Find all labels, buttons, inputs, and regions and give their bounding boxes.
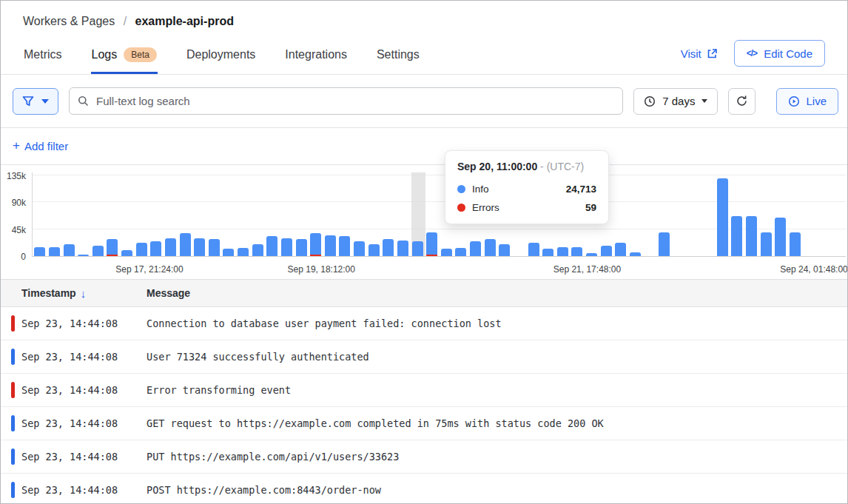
chart-bar-slot[interactable] bbox=[366, 172, 381, 256]
info-bar[interactable] bbox=[571, 247, 582, 256]
chart-bar-slot[interactable] bbox=[120, 172, 135, 256]
info-bar[interactable] bbox=[325, 235, 336, 256]
info-bar[interactable] bbox=[470, 241, 481, 256]
info-bar[interactable] bbox=[426, 232, 437, 256]
info-bar[interactable] bbox=[34, 247, 45, 256]
chart-bar-slot[interactable] bbox=[221, 172, 236, 256]
tab-integrations[interactable]: Integrations bbox=[284, 43, 348, 74]
info-bar[interactable] bbox=[223, 249, 234, 256]
info-bar[interactable] bbox=[528, 243, 539, 256]
info-bar[interactable] bbox=[615, 243, 626, 256]
edit-code-button[interactable]: </> Edit Code bbox=[734, 40, 825, 67]
chart-bar-slot[interactable] bbox=[294, 172, 309, 256]
info-bar[interactable] bbox=[78, 255, 89, 256]
breadcrumb-parent[interactable]: Workers & Pages bbox=[23, 15, 115, 27]
chart-bar-slot[interactable] bbox=[396, 172, 411, 256]
info-bar[interactable] bbox=[180, 233, 191, 256]
info-bar[interactable] bbox=[209, 239, 220, 256]
search-input[interactable] bbox=[69, 87, 623, 115]
info-bar[interactable] bbox=[136, 243, 147, 256]
chart-bar-slot[interactable] bbox=[410, 172, 425, 256]
info-bar[interactable] bbox=[266, 236, 277, 256]
chart-bar-slot[interactable] bbox=[744, 172, 759, 256]
chart-bar-slot[interactable] bbox=[76, 172, 91, 256]
info-bar[interactable] bbox=[542, 249, 553, 256]
chart-bar-slot[interactable] bbox=[236, 172, 251, 256]
info-bar[interactable] bbox=[121, 250, 132, 256]
live-button[interactable]: Live bbox=[776, 88, 838, 115]
chart-bar-slot[interactable] bbox=[672, 172, 687, 256]
info-bar[interactable] bbox=[339, 236, 350, 256]
filter-menu-button[interactable] bbox=[13, 88, 58, 115]
refresh-button[interactable] bbox=[728, 88, 756, 115]
info-bar[interactable] bbox=[107, 239, 118, 256]
info-bar[interactable] bbox=[64, 244, 75, 256]
info-bar[interactable] bbox=[296, 239, 307, 256]
info-bar[interactable] bbox=[383, 239, 394, 256]
sort-desc-icon[interactable]: ↓ bbox=[81, 287, 87, 300]
info-bar[interactable] bbox=[659, 232, 670, 256]
chart-bar-slot[interactable] bbox=[715, 172, 730, 256]
chart-bar-slot[interactable] bbox=[192, 172, 207, 256]
chart-bar-slot[interactable] bbox=[178, 172, 192, 256]
chart-bar-slot[interactable] bbox=[657, 172, 672, 256]
chart-bar-slot[interactable] bbox=[61, 172, 76, 256]
chart-bar-slot[interactable] bbox=[425, 172, 440, 256]
info-bar[interactable] bbox=[165, 238, 176, 256]
info-bar[interactable] bbox=[731, 216, 742, 256]
chart-bar-slot[interactable] bbox=[686, 172, 701, 256]
info-bar[interactable] bbox=[412, 241, 423, 256]
visit-link[interactable]: Visit bbox=[681, 47, 718, 60]
chart-bar-slot[interactable] bbox=[817, 172, 832, 256]
info-bar[interactable] bbox=[49, 247, 60, 256]
tab-settings[interactable]: Settings bbox=[376, 43, 420, 74]
log-row[interactable]: Sep 23, 14:44:08PUT https://example.com/… bbox=[1, 440, 847, 474]
chart-bar-slot[interactable] bbox=[628, 172, 643, 256]
chart-bar-slot[interactable] bbox=[758, 172, 773, 256]
chart-bar-slot[interactable] bbox=[280, 172, 295, 256]
info-bar[interactable] bbox=[455, 248, 466, 256]
info-bar[interactable] bbox=[150, 241, 161, 256]
tab-deployments[interactable]: Deployments bbox=[186, 43, 256, 74]
info-bar[interactable] bbox=[601, 246, 612, 256]
info-bar[interactable] bbox=[499, 244, 510, 256]
chart-bar-slot[interactable] bbox=[788, 172, 803, 256]
chart-bar-slot[interactable] bbox=[33, 172, 47, 256]
chart-bar-slot[interactable] bbox=[91, 172, 106, 256]
tab-logs[interactable]: Logs Beta bbox=[91, 43, 158, 74]
chart-bar-slot[interactable] bbox=[250, 172, 265, 256]
chart-bar-slot[interactable] bbox=[207, 172, 222, 256]
chart-bar-slot[interactable] bbox=[381, 172, 396, 256]
info-bar[interactable] bbox=[354, 241, 365, 256]
time-range-dropdown[interactable]: 7 days bbox=[633, 88, 718, 115]
chart-bar-slot[interactable] bbox=[613, 172, 628, 256]
chart-bar-slot[interactable] bbox=[802, 172, 817, 256]
info-bar[interactable] bbox=[441, 249, 452, 256]
chart-bar-slot[interactable] bbox=[642, 172, 657, 256]
chart-bar-slot[interactable] bbox=[265, 172, 280, 256]
chart-bar-slot[interactable] bbox=[164, 172, 178, 256]
chart-bar-slot[interactable] bbox=[105, 172, 120, 256]
chart-plot-area[interactable] bbox=[32, 172, 846, 257]
info-bar[interactable] bbox=[369, 244, 380, 256]
chart-bar-slot[interactable] bbox=[134, 172, 149, 256]
info-bar[interactable] bbox=[761, 232, 772, 256]
info-bar[interactable] bbox=[775, 218, 786, 256]
info-bar[interactable] bbox=[586, 253, 597, 256]
chart-bar-slot[interactable] bbox=[773, 172, 788, 256]
tab-metrics[interactable]: Metrics bbox=[23, 43, 63, 74]
info-bar[interactable] bbox=[485, 239, 496, 256]
chart-bar-slot[interactable] bbox=[323, 172, 338, 256]
add-filter-button[interactable]: + Add filter bbox=[13, 138, 68, 153]
info-bar[interactable] bbox=[194, 238, 205, 256]
info-bar[interactable] bbox=[746, 216, 757, 256]
info-bar[interactable] bbox=[92, 246, 104, 256]
chart-bar-slot[interactable] bbox=[831, 172, 846, 256]
chart-bar-slot[interactable] bbox=[701, 172, 716, 256]
info-bar[interactable] bbox=[717, 178, 728, 256]
chart-bar-slot[interactable] bbox=[47, 172, 62, 256]
chart-bar-slot[interactable] bbox=[309, 172, 323, 256]
chart-bar-slot[interactable] bbox=[337, 172, 352, 256]
log-row[interactable]: Sep 23, 14:44:08POST https://example.com… bbox=[1, 474, 847, 504]
log-row[interactable]: Sep 23, 14:44:08GET request to https://e… bbox=[1, 407, 847, 440]
